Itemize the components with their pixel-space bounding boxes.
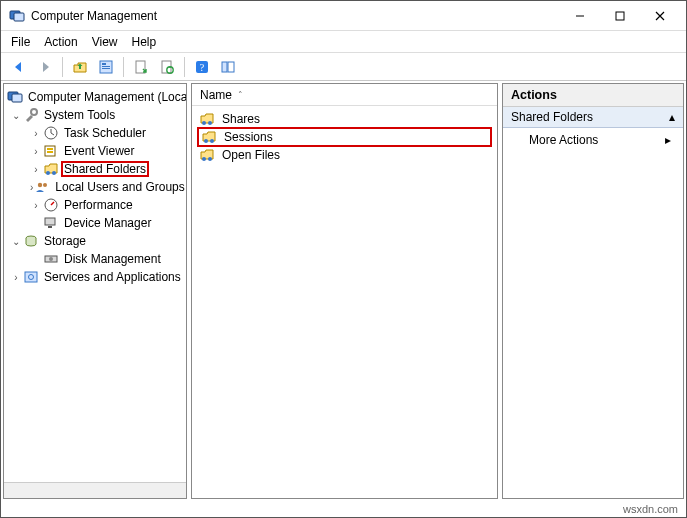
tree-label: Disk Management <box>62 252 163 266</box>
sort-ascending-icon: ˄ <box>238 90 243 100</box>
svg-point-33 <box>202 121 206 125</box>
list-item-label: Sessions <box>224 130 273 144</box>
up-level-button[interactable] <box>68 56 92 78</box>
tree-device-manager[interactable]: · Device Manager <box>6 214 184 232</box>
actions-group[interactable]: Shared Folders ▴ <box>503 107 683 128</box>
tree-label: Task Scheduler <box>62 126 148 140</box>
title-bar: Computer Management <box>1 1 686 31</box>
shared-folder-icon <box>199 111 215 127</box>
tree-services-applications[interactable]: › Services and Applications <box>6 268 184 286</box>
actions-pane: Actions Shared Folders ▴ More Actions ▸ <box>502 83 684 499</box>
horizontal-scrollbar[interactable] <box>4 482 186 498</box>
device-manager-icon <box>43 215 59 231</box>
collapse-icon: ▴ <box>669 110 675 124</box>
svg-rect-7 <box>136 61 145 73</box>
svg-point-34 <box>208 121 212 125</box>
toolbar-separator <box>123 57 124 77</box>
svg-rect-13 <box>228 62 234 72</box>
list-header[interactable]: Name ˄ <box>192 84 497 106</box>
list-item-shares[interactable]: Shares <box>198 110 491 128</box>
window-title: Computer Management <box>31 9 560 23</box>
compmgmt-icon <box>7 89 23 105</box>
forward-button[interactable] <box>33 56 57 78</box>
clock-icon <box>43 125 59 141</box>
svg-point-37 <box>202 157 206 161</box>
menu-action[interactable]: Action <box>44 35 77 49</box>
storage-icon <box>23 233 39 249</box>
toolbar-separator <box>184 57 185 77</box>
show-hide-tree-button[interactable] <box>216 56 240 78</box>
svg-rect-1 <box>14 13 24 21</box>
tree-system-tools[interactable]: ⌄ System Tools <box>6 106 184 124</box>
menu-file[interactable]: File <box>11 35 30 49</box>
list-item-label: Shares <box>222 112 260 126</box>
expand-icon[interactable]: › <box>30 164 42 175</box>
collapse-icon[interactable]: ⌄ <box>10 236 22 247</box>
client-area: Computer Management (Local) ⌄ System Too… <box>1 81 686 501</box>
expand-icon[interactable]: › <box>30 200 42 211</box>
tree-root[interactable]: Computer Management (Local) <box>6 88 184 106</box>
tree-label: Services and Applications <box>42 270 183 284</box>
close-button[interactable] <box>640 2 680 30</box>
help-button[interactable]: ? <box>190 56 214 78</box>
tree-label: System Tools <box>42 108 117 122</box>
expand-icon[interactable]: › <box>10 272 22 283</box>
svg-point-21 <box>46 171 50 175</box>
svg-point-24 <box>43 183 47 187</box>
svg-rect-5 <box>102 66 110 67</box>
tree-label: Event Viewer <box>62 144 136 158</box>
column-header-label: Name <box>200 88 232 102</box>
list-item-sessions[interactable]: Sessions <box>198 128 491 146</box>
tree-event-viewer[interactable]: › Event Viewer <box>6 142 184 160</box>
svg-rect-19 <box>47 148 53 150</box>
tree-shared-folders[interactable]: › Shared Folders <box>6 160 184 178</box>
users-icon <box>34 179 50 195</box>
services-icon <box>23 269 39 285</box>
disk-icon <box>43 251 59 267</box>
svg-point-36 <box>210 139 214 143</box>
svg-point-16 <box>31 109 37 115</box>
tree-label: Performance <box>62 198 135 212</box>
actions-group-label: Shared Folders <box>511 110 593 124</box>
tree-label: Device Manager <box>62 216 153 230</box>
submenu-arrow-icon: ▸ <box>665 133 671 147</box>
expand-icon[interactable]: › <box>30 128 42 139</box>
tree-local-users[interactable]: › Local Users and Groups <box>6 178 184 196</box>
tree-root-label: Computer Management (Local) <box>26 90 187 104</box>
svg-point-23 <box>38 183 42 187</box>
scope-tree-pane[interactable]: Computer Management (Local) ⌄ System Too… <box>3 83 187 499</box>
svg-rect-20 <box>47 151 53 153</box>
svg-rect-2 <box>616 12 624 20</box>
svg-rect-26 <box>45 218 55 225</box>
back-button[interactable] <box>7 56 31 78</box>
export-list-button[interactable] <box>129 56 153 78</box>
svg-text:?: ? <box>200 62 205 73</box>
column-name[interactable]: Name ˄ <box>200 88 243 102</box>
watermark: wsxdn.com <box>623 503 678 515</box>
svg-rect-27 <box>48 226 52 228</box>
list-item-open-files[interactable]: Open Files <box>198 146 491 164</box>
tree-label: Storage <box>42 234 88 248</box>
expand-icon[interactable]: › <box>30 182 33 193</box>
menu-help[interactable]: Help <box>132 35 157 49</box>
actions-more-actions[interactable]: More Actions ▸ <box>503 128 683 152</box>
tree-disk-management[interactable]: · Disk Management <box>6 250 184 268</box>
list-item-label: Open Files <box>222 148 280 162</box>
svg-point-30 <box>49 257 53 261</box>
maximize-button[interactable] <box>600 2 640 30</box>
tools-icon <box>23 107 39 123</box>
collapse-icon[interactable]: ⌄ <box>10 110 22 121</box>
tree-label: Shared Folders <box>62 162 148 176</box>
refresh-button[interactable] <box>155 56 179 78</box>
expand-icon[interactable]: › <box>30 146 42 157</box>
results-list-pane[interactable]: Name ˄ Shares Sessions Open Files <box>191 83 498 499</box>
menu-view[interactable]: View <box>92 35 118 49</box>
tree-storage[interactable]: ⌄ Storage <box>6 232 184 250</box>
tree-performance[interactable]: › Performance <box>6 196 184 214</box>
actions-header: Actions <box>503 84 683 107</box>
tree-task-scheduler[interactable]: › Task Scheduler <box>6 124 184 142</box>
shared-folder-icon <box>201 129 217 145</box>
minimize-button[interactable] <box>560 2 600 30</box>
properties-button[interactable] <box>94 56 118 78</box>
svg-point-35 <box>204 139 208 143</box>
